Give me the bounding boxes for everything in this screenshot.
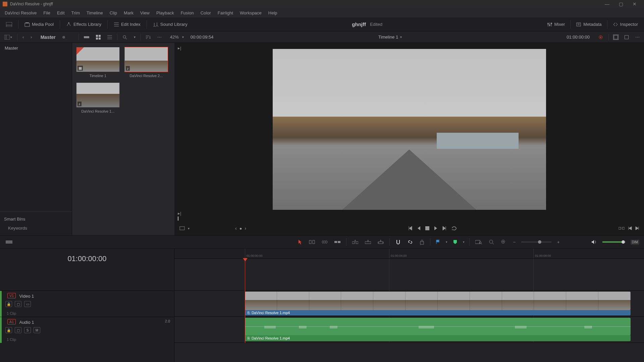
audio-mute-icon[interactable]: M xyxy=(34,327,40,333)
bin-master[interactable]: Master xyxy=(0,43,72,53)
more-icon[interactable]: ⋯ xyxy=(156,33,163,41)
zoom-percent[interactable]: 42% xyxy=(170,35,179,40)
zoom-custom-icon[interactable] xyxy=(500,238,507,246)
dynamic-trim-icon[interactable] xyxy=(321,239,329,245)
menu-mark[interactable]: Mark xyxy=(120,10,137,15)
menu-davinci[interactable]: DaVinci Resolve xyxy=(1,10,40,15)
search-icon[interactable] xyxy=(121,34,129,41)
view-strip-icon[interactable] xyxy=(82,34,91,41)
menu-help[interactable]: Help xyxy=(265,10,281,15)
menu-playback[interactable]: Playback xyxy=(153,10,177,15)
audio-solo-icon[interactable]: S xyxy=(24,327,31,333)
sound-library-button[interactable]: Sound Library xyxy=(150,20,190,28)
effects-library-button[interactable]: Effects Library xyxy=(63,20,104,28)
link-icon[interactable] xyxy=(407,238,414,246)
timeline-ruler[interactable]: 01:00:00:00 01:00:04:00 01:00:08:00 xyxy=(174,249,644,259)
menu-fairlight[interactable]: Fairlight xyxy=(214,10,236,15)
zoom-out-icon[interactable]: − xyxy=(512,239,517,246)
viewer-more-icon[interactable]: ⋯ xyxy=(634,33,641,41)
video-lock-icon[interactable]: 🔒 xyxy=(5,301,12,307)
replace-icon[interactable] xyxy=(635,226,639,231)
go-start-icon[interactable] xyxy=(408,226,413,231)
clip-color-dot[interactable] xyxy=(62,36,65,39)
sort-icon[interactable] xyxy=(144,34,152,41)
viewer-canvas[interactable] xyxy=(174,43,644,216)
jump-last-icon[interactable]: ▸| xyxy=(178,211,181,216)
video-track-header[interactable]: V1 Video 1 🔒 ▢ ▭ 1 Clip xyxy=(0,291,174,317)
smart-bins-header[interactable]: Smart Bins xyxy=(0,215,72,224)
insert-clip-icon[interactable] xyxy=(351,239,359,245)
viewer-scrubber[interactable] xyxy=(178,216,641,221)
selection-tool-icon[interactable] xyxy=(297,238,303,246)
audio-track-id[interactable]: A1 xyxy=(7,319,16,324)
overwrite-icon[interactable] xyxy=(628,226,632,231)
loop-icon[interactable] xyxy=(451,226,457,231)
marker-dropdown-icon[interactable]: ▾ xyxy=(463,240,465,244)
menu-workspace[interactable]: Workspace xyxy=(236,10,265,15)
timeline-tracks[interactable]: 01:00:00:00 01:00:04:00 01:00:08:00 ⎘DaV… xyxy=(174,249,644,362)
menu-timeline[interactable]: Timeline xyxy=(83,10,106,15)
timeline-name-label[interactable]: Timeline 1 xyxy=(378,35,398,40)
video-clip[interactable] xyxy=(245,292,631,310)
zoom-in-icon[interactable]: + xyxy=(556,239,561,246)
replace-clip-icon[interactable] xyxy=(377,239,385,245)
flag-icon[interactable] xyxy=(435,239,441,245)
lock-icon[interactable] xyxy=(419,238,425,246)
stop-icon[interactable] xyxy=(425,226,429,230)
mark-clip-icon[interactable]: ● xyxy=(239,226,242,231)
media-pool-button[interactable]: Media Pool xyxy=(22,20,56,28)
audio-track-header[interactable]: A1 Audio 1 2.0 🔒 ▢ S M 1 Clip xyxy=(0,317,174,343)
menu-clip[interactable]: Clip xyxy=(106,10,120,15)
bypass-fx-icon[interactable] xyxy=(596,34,605,41)
inspector-button[interactable]: Inspector xyxy=(610,20,641,29)
menu-edit[interactable]: Edit xyxy=(54,10,68,15)
jump-first-icon[interactable]: ▸| xyxy=(178,46,181,51)
video-enable-icon[interactable]: ▭ xyxy=(24,301,31,307)
nav-fwd-icon[interactable]: › xyxy=(29,33,34,41)
go-end-icon[interactable] xyxy=(442,226,447,231)
menu-file[interactable]: File xyxy=(40,10,54,15)
maximize-button[interactable]: ▢ xyxy=(614,1,628,7)
dim-badge[interactable]: DIM xyxy=(631,240,639,245)
timeline-dropdown-icon[interactable]: ▾ xyxy=(400,35,402,39)
view-grid-icon[interactable] xyxy=(94,34,102,41)
media-thumb[interactable]: ♪DaVinci Resolve 1... xyxy=(76,82,120,113)
media-thumb[interactable]: ▦Timeline 1 xyxy=(76,47,120,78)
menu-trim[interactable]: Trim xyxy=(68,10,84,15)
audio-lock-icon[interactable]: 🔒 xyxy=(5,327,12,333)
mark-out-icon[interactable]: › xyxy=(245,226,247,231)
dual-viewer-icon[interactable] xyxy=(623,34,630,41)
view-list-icon[interactable] xyxy=(106,34,114,41)
volume-slider[interactable] xyxy=(602,241,626,243)
marker-icon[interactable] xyxy=(452,239,458,245)
zoom-fit-icon[interactable] xyxy=(474,239,483,245)
audio-autoselect-icon[interactable]: ▢ xyxy=(15,327,21,333)
search-dropdown-icon[interactable]: ▾ xyxy=(132,34,137,40)
timeline-view-icon[interactable] xyxy=(5,239,13,245)
edit-index-button[interactable]: Edit Index xyxy=(111,20,143,28)
smart-bin-keywords[interactable]: Keywords xyxy=(0,224,72,233)
volume-icon[interactable] xyxy=(590,239,598,245)
single-viewer-icon[interactable] xyxy=(612,34,620,41)
panel-layout-icon[interactable]: ▾ xyxy=(3,34,14,41)
menu-color[interactable]: Color xyxy=(197,10,214,15)
mark-in-icon[interactable]: ‹ xyxy=(235,226,237,231)
zoom-detail-icon[interactable] xyxy=(488,238,495,246)
audio-clip[interactable] xyxy=(245,318,631,335)
zoom-slider[interactable] xyxy=(521,242,551,242)
media-thumb[interactable]: ♪DaVinci Resolve 2... xyxy=(124,47,168,78)
insert-icon[interactable] xyxy=(619,226,625,230)
flag-dropdown-icon[interactable]: ▾ xyxy=(446,240,447,244)
prev-frame-icon[interactable] xyxy=(417,226,421,231)
overwrite-clip-icon[interactable] xyxy=(364,239,372,245)
menu-fusion[interactable]: Fusion xyxy=(177,10,197,15)
blade-tool-icon[interactable] xyxy=(333,239,341,245)
video-track-id[interactable]: V1 xyxy=(7,293,16,298)
match-frame-dropdown[interactable]: ▾ xyxy=(188,227,190,230)
nav-back-icon[interactable]: ‹ xyxy=(21,33,25,41)
trim-tool-icon[interactable] xyxy=(308,239,316,245)
playhead[interactable] xyxy=(245,259,245,343)
layout-button[interactable] xyxy=(3,21,15,28)
video-autoselect-icon[interactable]: ▢ xyxy=(15,301,21,307)
minimize-button[interactable]: — xyxy=(600,1,614,7)
